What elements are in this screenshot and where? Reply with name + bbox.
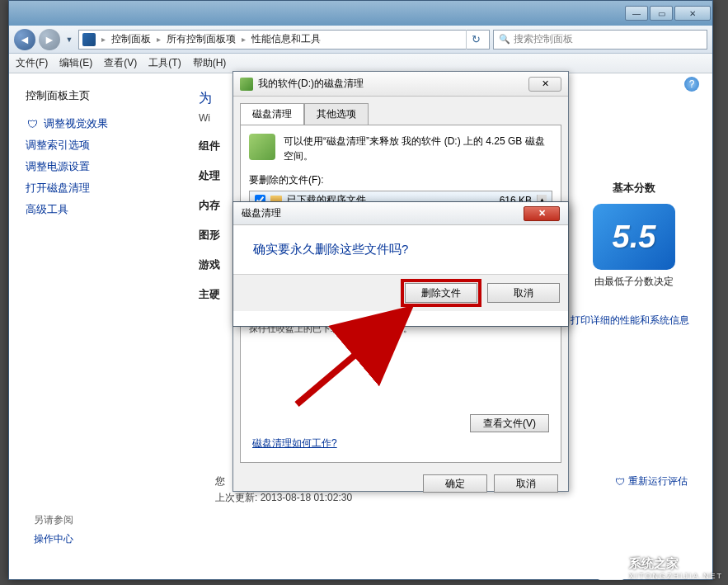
sidebar-label: 打开磁盘清理 <box>26 181 90 196</box>
sidebar-power[interactable]: 调整电源设置 <box>26 156 166 177</box>
disk-cleanup-buttons: 确定 取消 <box>233 469 568 498</box>
disk-cleanup-title: 我的软件(D:)的磁盘清理 <box>258 77 364 91</box>
sidebar-disk-cleanup[interactable]: 打开磁盘清理 <box>26 177 166 199</box>
nav-back-button[interactable]: ◄ <box>14 29 35 50</box>
shield-icon: 🛡 <box>26 117 39 130</box>
sidebar-advanced-tools[interactable]: 高级工具 <box>26 199 166 220</box>
score-panel: 基本分数 5.5 由最低子分数决定 打印详细的性能和系统信息 <box>580 181 688 328</box>
menu-view[interactable]: 查看(V) <box>104 56 137 70</box>
breadcrumb-part-1[interactable]: 控制面板 <box>111 32 151 46</box>
confirm-delete-dialog: 磁盘清理 ✕ 确实要永久删除这些文件吗? 删除文件 取消 <box>232 201 569 327</box>
print-details-link[interactable]: 打印详细的性能和系统信息 <box>557 314 688 328</box>
search-input[interactable]: 搜索控制面板 <box>493 30 707 50</box>
sidebar-label: 调整索引选项 <box>26 138 90 153</box>
breadcrumb-sep: ▸ <box>99 35 108 44</box>
delete-files-button[interactable]: 删除文件 <box>405 283 477 303</box>
nav-forward-button[interactable]: ► <box>39 29 60 50</box>
confirm-close-button[interactable]: ✕ <box>524 206 560 221</box>
navigation-bar: ◄ ► ▼ ▸ 控制面板 ▸ 所有控制面板项 ▸ 性能信息和工具 ↻ 搜索控制面… <box>9 26 712 54</box>
sidebar-visual-effects[interactable]: 🛡调整视觉效果 <box>26 113 166 134</box>
menu-tools[interactable]: 工具(T) <box>148 56 181 70</box>
files-to-delete-label: 要删除的文件(F): <box>249 173 552 187</box>
cancel-button[interactable]: 取消 <box>494 474 558 493</box>
disk-cleanup-tabs: 磁盘清理 其他选项 <box>233 97 568 125</box>
drive-icon <box>249 134 275 160</box>
watermark-logo-icon <box>598 557 624 580</box>
sidebar-see-also: 另请参阅 操作中心 <box>34 513 73 546</box>
disk-cleanup-close-button[interactable]: ✕ <box>528 77 561 92</box>
sidebar-home[interactable]: 控制面板主页 <box>26 85 166 113</box>
confirm-title: 磁盘清理 <box>242 206 281 220</box>
tab-other-options[interactable]: 其他选项 <box>304 103 369 125</box>
how-it-works-link[interactable]: 磁盘清理如何工作? <box>252 436 337 451</box>
control-panel-icon <box>82 33 96 46</box>
menu-edit[interactable]: 编辑(E) <box>59 56 92 70</box>
disk-cleanup-info-text: 可以使用“磁盘清理”来释放 我的软件 (D:) 上的 4.25 GB 磁盘空间。 <box>284 134 552 163</box>
address-bar[interactable]: ▸ 控制面板 ▸ 所有控制面板项 ▸ 性能信息和工具 ↻ <box>78 30 490 50</box>
help-icon[interactable]: ? <box>684 77 699 92</box>
ok-button[interactable]: 确定 <box>423 474 487 493</box>
sidebar: 控制面板主页 🛡调整视觉效果 调整索引选项 调整电源设置 打开磁盘清理 高级工具 <box>9 73 174 579</box>
menu-file[interactable]: 文件(F) <box>16 56 48 70</box>
menu-help[interactable]: 帮助(H) <box>193 56 227 70</box>
close-button[interactable]: ✕ <box>674 6 711 21</box>
window-titlebar: — ▭ ✕ <box>9 1 712 26</box>
nav-history-dropdown[interactable]: ▼ <box>63 29 75 50</box>
confirm-footer: 删除文件 取消 <box>233 274 568 311</box>
sidebar-label: 高级工具 <box>26 202 68 217</box>
watermark-name: 系统之家 <box>629 556 679 570</box>
sidebar-label: 调整电源设置 <box>26 159 90 174</box>
info-line: 您 <box>215 474 225 488</box>
confirm-titlebar: 磁盘清理 ✕ <box>233 202 568 225</box>
maximize-button[interactable]: ▭ <box>650 6 673 21</box>
sidebar-indexing[interactable]: 调整索引选项 <box>26 134 166 156</box>
disk-cleanup-titlebar: 我的软件(D:)的磁盘清理 ✕ <box>233 72 568 97</box>
score-note: 由最低子分数决定 <box>580 275 688 289</box>
score-header: 基本分数 <box>580 181 688 196</box>
disk-cleanup-icon <box>240 78 253 91</box>
breadcrumb-part-2[interactable]: 所有控制面板项 <box>167 32 236 46</box>
breadcrumb-sep: ▸ <box>239 35 248 44</box>
action-center-link[interactable]: 操作中心 <box>34 533 73 545</box>
breadcrumb-part-3[interactable]: 性能信息和工具 <box>251 32 321 46</box>
base-score: 5.5 <box>593 204 675 270</box>
watermark: 系统之家 XITONGZHIJIA.NET <box>598 556 723 580</box>
confirm-message: 确实要永久删除这些文件吗? <box>233 225 568 274</box>
rerun-assessment-link[interactable]: 重新运行评估 <box>615 474 688 488</box>
view-files-button[interactable]: 查看文件(V) <box>470 414 549 432</box>
tab-disk-cleanup[interactable]: 磁盘清理 <box>240 103 304 125</box>
refresh-button[interactable]: ↻ <box>466 30 486 50</box>
see-also-header: 另请参阅 <box>34 513 73 527</box>
minimize-button[interactable]: — <box>625 6 648 21</box>
sidebar-label: 调整视觉效果 <box>44 116 108 131</box>
window-control-buttons: — ▭ ✕ <box>625 6 711 21</box>
confirm-cancel-button[interactable]: 取消 <box>487 283 560 303</box>
breadcrumb-sep: ▸ <box>154 35 163 44</box>
watermark-url: XITONGZHIJIA.NET <box>629 572 723 580</box>
disk-cleanup-info: 可以使用“磁盘清理”来释放 我的软件 (D:) 上的 4.25 GB 磁盘空间。 <box>249 134 552 163</box>
